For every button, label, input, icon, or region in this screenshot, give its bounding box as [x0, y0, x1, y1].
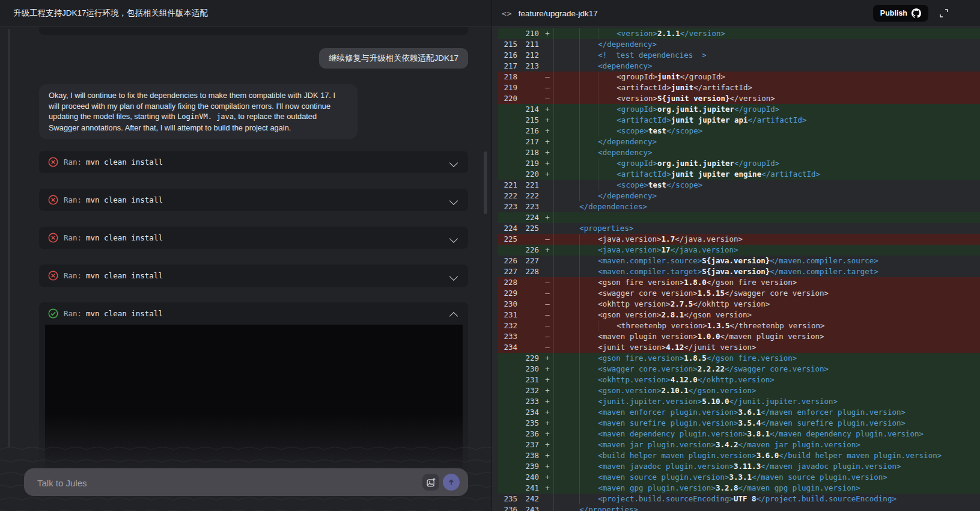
diff-code-text: <okhttp version>2.7.5</okhttp version>	[553, 299, 980, 310]
task-card[interactable]: Ran: mvn clean install	[39, 151, 468, 173]
new-line-number: 230	[520, 364, 541, 375]
diff-sign	[541, 504, 553, 511]
assistant-inline-code: LoginVM. java	[177, 112, 234, 121]
diff-sign: —	[541, 72, 553, 82]
diff-sign: —	[541, 299, 553, 310]
new-line-number: 219	[520, 158, 541, 169]
new-line-number: 229	[520, 353, 541, 364]
task-command: mvn clean install	[86, 151, 163, 173]
diff-code-text: <dependency>	[553, 147, 980, 158]
diff-row: 239 + <maven javadoc plugin.version>3.11…	[498, 461, 980, 472]
diff-row: 217 + </dependency>	[498, 136, 980, 147]
old-line-number: 218	[498, 72, 520, 82]
old-line-number	[498, 169, 520, 180]
old-line-number: 229	[498, 288, 520, 299]
task-card[interactable]: Ran: mvn clean install	[39, 227, 468, 249]
new-line-number: 235	[520, 418, 541, 429]
diff-code-text: <maven dependency plugin.version>3.8.1</…	[553, 429, 980, 439]
old-line-number	[498, 104, 520, 115]
task-header[interactable]: Ran: mvn clean install	[39, 302, 468, 325]
code-brackets-icon: <>	[502, 9, 513, 18]
task-card[interactable]: Ran: mvn clean install	[39, 189, 468, 211]
old-line-number	[498, 158, 520, 169]
diff-sign: +	[541, 483, 553, 494]
diff-sign: +	[541, 147, 553, 158]
new-line-number: 218	[520, 147, 541, 158]
new-line-number: 216	[520, 126, 541, 136]
old-line-number	[498, 136, 520, 147]
send-button[interactable]	[443, 474, 460, 491]
diff-sign: +	[541, 385, 553, 396]
old-line-number	[498, 245, 520, 256]
old-line-number: 227	[498, 266, 520, 277]
expand-icon[interactable]	[939, 8, 949, 18]
diff-code-text: <gson version>2.8.1</gson version>	[553, 310, 980, 320]
diff-row: 216 212 <! test dependencies >	[498, 50, 980, 61]
diff-code-text: </dependencies>	[553, 201, 980, 212]
diff-code-text: <maven jar plugin.version>3.4.2</maven j…	[553, 439, 980, 450]
diff-code-text: <build helper maven plugin.version>3.6.0…	[553, 450, 980, 461]
old-line-number	[498, 126, 520, 136]
new-line-number: 212	[520, 50, 541, 61]
diff-row: 236 243 </properties>	[498, 504, 980, 511]
previous-card-partial	[39, 27, 468, 35]
diff-code-text: <swagger core.version>2.2.22</swagger co…	[553, 364, 980, 375]
new-line-number: 242	[520, 494, 541, 504]
old-line-number: 230	[498, 299, 520, 310]
chevron-down-icon[interactable]	[449, 197, 458, 205]
task-header[interactable]: Ran: mvn clean install	[39, 227, 468, 249]
diff-row: 218 — <groupId>junit</groupId>	[498, 72, 980, 82]
diff-code-text: <junit.jupiter.version>5.10.0</junit.jup…	[553, 396, 980, 407]
publish-button[interactable]: Publish	[873, 5, 928, 22]
new-line-number	[520, 310, 541, 320]
composer-bar[interactable]	[24, 468, 468, 496]
chat-header: 升级工程支持JDK17运行环境，包括相关组件版本适配	[0, 0, 492, 26]
diff-code-text: <maven surefire plugin.version>3.5.4</ma…	[553, 418, 980, 429]
diff-row: 217 213 <dependency>	[498, 61, 980, 72]
left-scroll-track[interactable]	[8, 29, 10, 447]
diff-row: 235 + <maven surefire plugin.version>3.5…	[498, 418, 980, 429]
diff-code-text	[553, 212, 980, 223]
old-line-number	[498, 483, 520, 494]
old-line-number	[498, 353, 520, 364]
old-line-number: 233	[498, 331, 520, 342]
new-line-number: 223	[520, 201, 541, 212]
chevron-down-icon[interactable]	[449, 272, 458, 281]
diff-code-text: <maven.compiler.target>S{java.version}</…	[553, 266, 980, 277]
task-label: Ran:	[64, 189, 82, 211]
diff-code-text: <artifactId>junit jupiter api</artifactI…	[553, 115, 980, 126]
diff-code-text: </dependency>	[553, 39, 980, 50]
chat-input[interactable]	[36, 468, 375, 497]
diff-sign: —	[541, 342, 553, 353]
chat-scrollbar-thumb[interactable]	[484, 151, 487, 214]
new-line-number: 210	[520, 28, 541, 39]
chevron-down-icon[interactable]	[449, 159, 458, 167]
task-header[interactable]: Ran: mvn clean install	[39, 189, 468, 211]
diff-code-view[interactable]: 210 + <version>2.1.1</version> 215 211 <…	[492, 28, 980, 511]
diff-row: 221 221 <scope>test</scope>	[498, 180, 980, 191]
diff-sign: +	[541, 407, 553, 418]
chevron-down-icon[interactable]	[449, 234, 458, 243]
diff-row: 223 223 </dependencies>	[498, 201, 980, 212]
diff-sign: +	[541, 375, 553, 385]
diff-sign: +	[541, 353, 553, 364]
chevron-up-icon[interactable]	[449, 312, 458, 320]
old-line-number	[498, 429, 520, 439]
new-line-number: 233	[520, 396, 541, 407]
diff-code-text: <swagger core version>1.5.15</swagger co…	[553, 288, 980, 299]
assistant-message: Okay, I will continue to fix the depende…	[39, 84, 358, 139]
task-label: Ran:	[64, 265, 82, 287]
diff-code-text: <gson fire.version>1.8.5</gson fire.vers…	[553, 353, 980, 364]
diff-sign: +	[541, 429, 553, 439]
diff-row: 234 — <junit version>4.12</junit version…	[498, 342, 980, 353]
diff-sign: +	[541, 212, 553, 223]
old-line-number	[498, 115, 520, 126]
diff-row: 227 228 <maven.compiler.target>S{java.ve…	[498, 266, 980, 277]
diff-sign: +	[541, 28, 553, 39]
diff-code-text: <maven.compiler.source>S{java.version}</…	[553, 256, 980, 266]
task-card[interactable]: Ran: mvn clean install	[39, 265, 468, 287]
task-header[interactable]: Ran: mvn clean install	[39, 151, 468, 173]
attach-image-button[interactable]	[422, 474, 439, 491]
task-header[interactable]: Ran: mvn clean install	[39, 265, 468, 287]
old-line-number	[498, 439, 520, 450]
